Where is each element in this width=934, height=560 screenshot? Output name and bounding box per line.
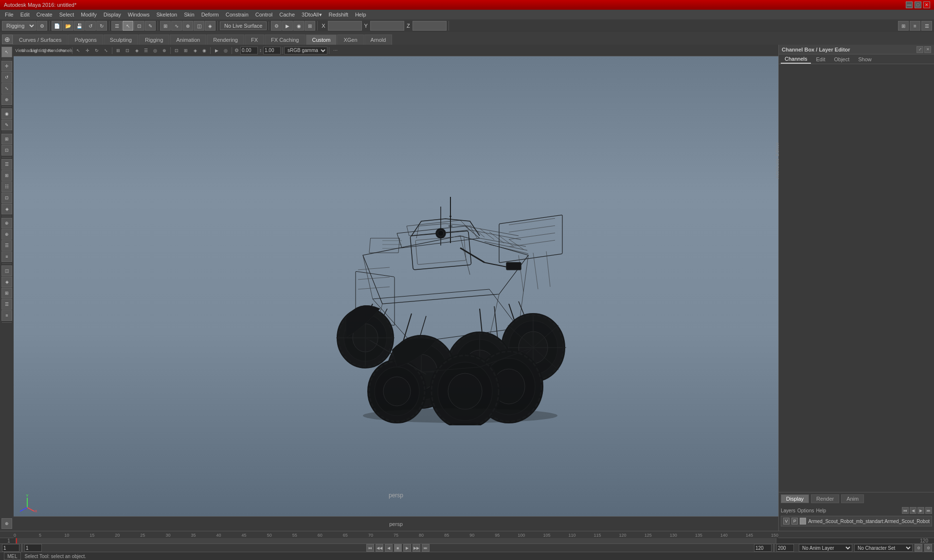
menu-display[interactable]: Display	[101, 11, 124, 18]
range-end-input[interactable]	[754, 544, 772, 552]
layer-visibility-btn[interactable]: V	[783, 518, 790, 525]
range-start-input[interactable]	[24, 544, 42, 552]
vp-cam-icon[interactable]: ◎	[221, 46, 230, 55]
vp-icon-4[interactable]: ☰	[142, 46, 150, 55]
go-to-end-btn[interactable]: ⏭	[422, 544, 430, 552]
ipr-btn[interactable]: ◉	[293, 21, 304, 31]
tab-show[interactable]: Show	[854, 55, 876, 63]
menu-select[interactable]: Select	[56, 11, 77, 18]
menu-edit[interactable]: Edit	[18, 11, 33, 18]
tab-render[interactable]: Render	[811, 494, 839, 503]
vp-menu-panels[interactable]: Panels	[62, 46, 71, 55]
step-back-btn[interactable]: ◀◀	[376, 544, 383, 552]
open-scene-btn[interactable]: 📂	[63, 21, 73, 31]
tool-btn-5[interactable]: ◫	[1, 265, 12, 276]
y-input[interactable]	[370, 21, 404, 31]
snap-grid-btn[interactable]: ⊞	[160, 21, 171, 31]
vp-menu-lighting[interactable]: Lighting	[34, 46, 43, 55]
right-icon-2[interactable]: ≡	[910, 21, 920, 31]
tab-fx[interactable]: FX	[245, 35, 264, 45]
move-tool-btn[interactable]: ✛	[1, 61, 12, 71]
tab-object[interactable]: Object	[830, 55, 853, 63]
layout-btn-4[interactable]: ⊡	[1, 192, 12, 203]
tool-btn-1[interactable]: ⊕	[1, 218, 12, 228]
vp-move-btn[interactable]: ✛	[83, 46, 92, 55]
character-set-dropdown[interactable]: No Character Set	[854, 544, 913, 552]
vp-input-1[interactable]	[240, 47, 258, 54]
playback-settings-btn[interactable]: ⚙	[924, 544, 932, 552]
vp-icon-7[interactable]: ⊡	[172, 46, 181, 55]
layout-btn-2[interactable]: ⊞	[1, 170, 12, 181]
step-forward-btn[interactable]: ▶▶	[413, 544, 420, 552]
tab-animation[interactable]: Animation	[170, 35, 206, 45]
menu-help[interactable]: Help	[352, 11, 369, 18]
tool-btn-10[interactable]: ⊕	[1, 518, 12, 529]
vp-input-2[interactable]	[263, 47, 281, 54]
paint-select-btn[interactable]: ✎	[145, 21, 156, 31]
snap-surface-btn[interactable]: ◈	[205, 21, 216, 31]
tab-fx-caching[interactable]: FX Caching	[265, 35, 305, 45]
close-button[interactable]: ✕	[923, 1, 930, 8]
x-input[interactable]	[328, 21, 362, 31]
stop-btn[interactable]: ■	[394, 544, 402, 552]
options-label[interactable]: Options	[797, 508, 814, 513]
tool-btn-3[interactable]: ☰	[1, 240, 12, 251]
tab-xgen[interactable]: XGen	[337, 35, 363, 45]
play-forward-btn[interactable]: ▶	[403, 544, 411, 552]
play-back-btn[interactable]: ◀	[385, 544, 393, 552]
timeline-track[interactable]	[16, 538, 776, 544]
right-icon-3[interactable]: ☰	[921, 21, 932, 31]
vp-icon-8[interactable]: ⊞	[181, 46, 190, 55]
menu-skeleton[interactable]: Skeleton	[153, 11, 180, 18]
tool-btn-7[interactable]: ⊞	[1, 288, 12, 298]
layer-first-btn[interactable]: ⏮	[902, 507, 909, 514]
undo-btn[interactable]: ↺	[85, 21, 96, 31]
vp-icon-9[interactable]: ◈	[191, 46, 199, 55]
menu-constrain[interactable]: Constrain	[223, 11, 251, 18]
vp-select-btn[interactable]: ↖	[74, 46, 83, 55]
snap-curve-btn[interactable]: ∿	[171, 21, 182, 31]
vp-anim-icon[interactable]: ▶	[212, 46, 221, 55]
lasso-select-btn[interactable]: ⊡	[134, 21, 144, 31]
menu-redshift[interactable]: Redshift	[326, 11, 351, 18]
redo-btn[interactable]: ↻	[96, 21, 107, 31]
vp-icon-2[interactable]: ⊡	[123, 46, 132, 55]
vp-icon-5[interactable]: ◎	[151, 46, 160, 55]
rotate-tool-btn[interactable]: ↺	[1, 72, 12, 83]
tab-polygons[interactable]: Polygons	[68, 35, 103, 45]
menu-skin[interactable]: Skin	[181, 11, 197, 18]
tab-custom[interactable]: Custom	[306, 35, 337, 45]
viewport-3d[interactable]: Y X persp	[14, 56, 778, 516]
mode-dropdown[interactable]: Rigging	[2, 21, 36, 31]
current-frame-input[interactable]	[2, 544, 19, 552]
vp-icon-6[interactable]: ⊕	[160, 46, 169, 55]
render-settings-btn[interactable]: ⚙	[271, 21, 282, 31]
render-region-btn[interactable]: ⊞	[305, 21, 315, 31]
menu-3dtall[interactable]: 3DtoAll▾	[299, 11, 324, 19]
help-label[interactable]: Help	[816, 508, 826, 513]
menu-modify[interactable]: Modify	[78, 11, 99, 18]
tab-arnold[interactable]: Arnold	[364, 35, 393, 45]
anim-settings-btn[interactable]: ⚙	[915, 544, 922, 552]
vp-rotate-btn[interactable]: ↻	[92, 46, 101, 55]
panel-float-btn[interactable]: ⤢	[916, 46, 923, 53]
snap-point-btn[interactable]: ⊕	[182, 21, 193, 31]
anim-layer-dropdown[interactable]: No Anim Layer	[799, 544, 852, 552]
anim-end-input[interactable]	[776, 544, 794, 552]
window-controls[interactable]: — □ ✕	[906, 1, 930, 8]
vp-more-btn[interactable]: ⋯	[331, 46, 340, 55]
layout-btn-5[interactable]: ◈	[1, 204, 12, 214]
z-input[interactable]	[413, 21, 447, 31]
layer-p-btn[interactable]: P	[791, 518, 798, 525]
layer-color-swatch[interactable]	[800, 518, 806, 525]
select-by-name-btn[interactable]: ☰	[111, 21, 122, 31]
tab-sculpting[interactable]: Sculpting	[104, 35, 138, 45]
gamma-dropdown[interactable]: sRGB gamma	[284, 47, 327, 54]
vp-icon-1[interactable]: ⊞	[114, 46, 123, 55]
tool-btn-4[interactable]: ≡	[1, 251, 12, 262]
no-live-surface-btn[interactable]: No Live Surface	[220, 21, 267, 30]
menu-file[interactable]: File	[2, 11, 17, 18]
vp-icon-3[interactable]: ◈	[132, 46, 141, 55]
tool-btn-2[interactable]: ⊕	[1, 229, 12, 240]
render-btn[interactable]: ▶	[282, 21, 293, 31]
